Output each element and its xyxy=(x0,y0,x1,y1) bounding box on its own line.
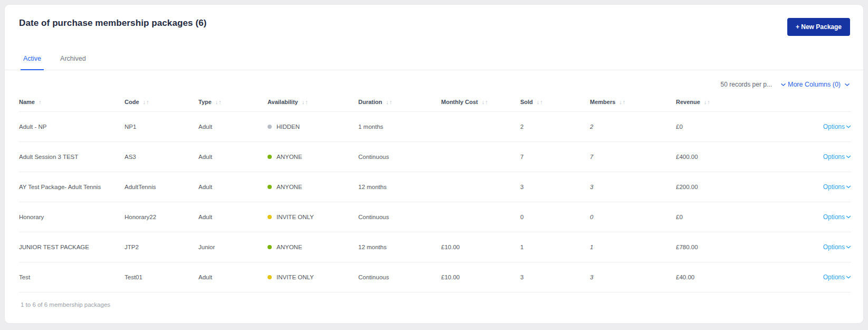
sort-arrows-icon: ↓↑ xyxy=(537,99,543,105)
column-label: Code xyxy=(125,99,139,105)
availability-label: ANYONE xyxy=(276,154,302,160)
column-header-members[interactable]: Members↓↑ xyxy=(590,91,676,112)
cell-options: Options xyxy=(766,112,851,142)
cell-members: 3 xyxy=(590,262,676,293)
sort-arrows-icon: ↓↑ xyxy=(143,99,150,105)
cell-revenue: £0 xyxy=(676,112,766,142)
chevron-down-icon xyxy=(846,155,851,158)
column-label: Duration xyxy=(358,99,382,105)
cell-availability: ANYONE xyxy=(268,232,358,262)
options-label: Options xyxy=(823,243,845,251)
sort-arrows-icon: ↓↑ xyxy=(302,99,309,105)
sort-arrows-icon: ↓↑ xyxy=(482,99,489,105)
options-label: Options xyxy=(823,183,845,191)
column-header-type[interactable]: Type↓↑ xyxy=(198,91,268,112)
cell-code: Test01 xyxy=(125,262,198,293)
cell-monthly-cost xyxy=(441,142,520,172)
cell-members: 0 xyxy=(590,202,676,232)
options-button[interactable]: Options xyxy=(823,183,851,191)
page-title: Date of purchase membership packages (6) xyxy=(19,18,206,29)
cell-sold: 7 xyxy=(520,142,590,172)
more-columns-dropdown[interactable]: More Columns (0) xyxy=(780,81,850,88)
cell-name: Adult - NP xyxy=(19,112,125,142)
availability-label: HIDDEN xyxy=(276,124,300,130)
cell-sold: 3 xyxy=(520,262,590,293)
column-header-duration[interactable]: Duration↓↑ xyxy=(358,91,441,112)
cell-members: 3 xyxy=(590,172,676,202)
column-label: Name xyxy=(19,99,35,105)
sort-arrows-icon: ↓↑ xyxy=(215,99,222,105)
cell-options: Options xyxy=(766,172,851,202)
options-label: Options xyxy=(823,213,845,221)
cell-revenue: £200.00 xyxy=(676,172,766,202)
cell-code: AdultTennis xyxy=(125,172,198,202)
cell-type: Junior xyxy=(198,232,268,262)
chevron-down-icon xyxy=(846,246,851,249)
table-row: Adult Session 3 TESTAS3AdultANYONEContin… xyxy=(19,142,851,172)
cell-monthly-cost xyxy=(441,202,520,232)
table-body: Adult - NPNP1AdultHIDDEN1 months22£0Opti… xyxy=(19,112,851,293)
column-label: Type xyxy=(198,99,212,105)
cell-duration: 1 months xyxy=(358,112,441,142)
packages-table: Name↑Code↓↑Type↓↑Availability↓↑Duration↓… xyxy=(19,91,851,293)
cell-name: JUNIOR TEST PACKAGE xyxy=(19,232,125,262)
column-label: Members xyxy=(590,99,615,105)
column-header-revenue[interactable]: Revenue↓↑ xyxy=(676,91,766,112)
cell-monthly-cost: £10.00 xyxy=(441,232,520,262)
cell-monthly-cost xyxy=(441,172,520,202)
cell-options: Options xyxy=(766,232,851,262)
table-row: HonoraryHonorary22AdultINVITE ONLYContin… xyxy=(19,202,851,232)
table-row: TestTest01AdultINVITE ONLYContinuous£10.… xyxy=(19,262,851,293)
cell-options: Options xyxy=(766,202,851,232)
cell-type: Adult xyxy=(198,262,268,293)
availability-label: ANYONE xyxy=(276,184,302,190)
options-label: Options xyxy=(823,274,845,281)
availability-status-dot xyxy=(268,215,272,219)
cell-code: AS3 xyxy=(125,142,198,172)
records-per-page-select[interactable]: 50 records per p... xyxy=(721,81,772,88)
cell-duration: Continuous xyxy=(358,262,441,293)
chevron-down-icon xyxy=(844,83,850,87)
column-header-monthly-cost[interactable]: Monthly Cost↓↑ xyxy=(441,91,520,112)
membership-packages-card: Date of purchase membership packages (6)… xyxy=(4,4,864,324)
options-button[interactable]: Options xyxy=(823,274,851,281)
cell-type: Adult xyxy=(198,202,268,232)
options-button[interactable]: Options xyxy=(823,123,851,130)
cell-availability: ANYONE xyxy=(268,142,358,172)
tab-archived[interactable]: Archived xyxy=(58,55,89,70)
cell-monthly-cost: £10.00 xyxy=(441,262,520,293)
tabs-row: Active Archived xyxy=(5,55,863,70)
sort-arrows-icon: ↓↑ xyxy=(704,99,711,105)
chevron-down-icon xyxy=(846,185,851,188)
cell-name: Adult Session 3 TEST xyxy=(19,142,125,172)
cell-availability: ANYONE xyxy=(268,172,358,202)
chevron-down-icon xyxy=(846,276,851,279)
options-button[interactable]: Options xyxy=(823,213,851,221)
table-row: AY Test Package- Adult TennisAdultTennis… xyxy=(19,172,851,202)
cell-name: AY Test Package- Adult Tennis xyxy=(19,172,125,202)
new-package-button[interactable]: + New Package xyxy=(787,18,850,36)
column-header-name[interactable]: Name↑ xyxy=(19,91,125,112)
cell-duration: 12 months xyxy=(358,172,441,202)
options-button[interactable]: Options xyxy=(823,243,851,251)
cell-duration: Continuous xyxy=(358,202,441,232)
availability-label: ANYONE xyxy=(276,244,302,250)
column-header-sold[interactable]: Sold↓↑ xyxy=(520,91,590,112)
column-label: Revenue xyxy=(676,99,700,105)
cell-members: 2 xyxy=(590,112,676,142)
column-header-options xyxy=(766,91,851,112)
chevron-down-icon xyxy=(780,83,786,87)
pagination-summary: 1 to 6 of 6 membership packages xyxy=(5,293,863,308)
cell-availability: HIDDEN xyxy=(268,112,358,142)
column-header-availability[interactable]: Availability↓↑ xyxy=(268,91,358,112)
cell-code: NP1 xyxy=(125,112,198,142)
availability-status-dot xyxy=(268,275,272,279)
cell-sold: 2 xyxy=(520,112,590,142)
cell-type: Adult xyxy=(198,172,268,202)
options-button[interactable]: Options xyxy=(823,153,851,161)
cell-availability: INVITE ONLY xyxy=(268,202,358,232)
column-header-code[interactable]: Code↓↑ xyxy=(125,91,198,112)
availability-label: INVITE ONLY xyxy=(276,274,314,280)
tab-active[interactable]: Active xyxy=(21,55,44,70)
cell-type: Adult xyxy=(198,112,268,142)
